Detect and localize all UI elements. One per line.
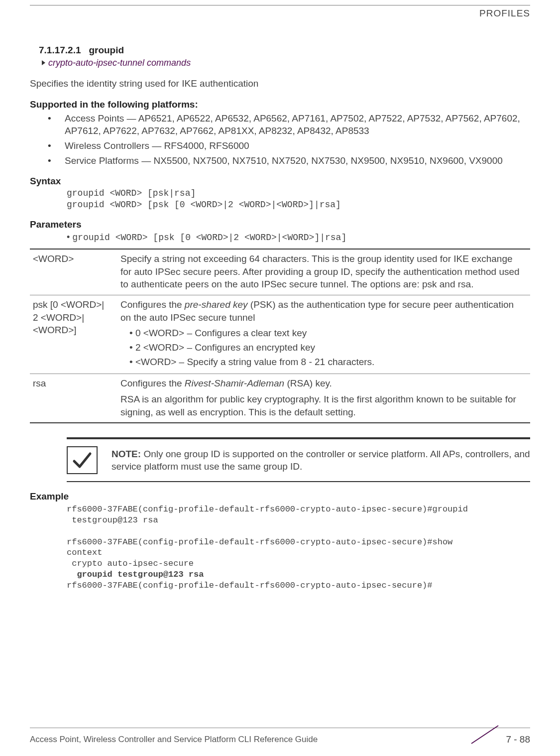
note-label: NOTE: bbox=[112, 449, 141, 459]
syntax-block: groupid <WORD> [psk|rsa] groupid <WORD> … bbox=[67, 188, 530, 210]
section-description: Specifies the identity string used for I… bbox=[30, 77, 530, 90]
param-name: psk [0 <WORD>| 2 <WORD>| <WORD>] bbox=[30, 295, 117, 374]
code-text: rfs6000-37FABE(config-profile-default-rf… bbox=[67, 581, 433, 590]
param-name: <WORD> bbox=[30, 249, 117, 295]
table-row: <WORD> Specify a string not exceeding 64… bbox=[30, 249, 530, 295]
text-emphasis: Rivest-Shamir-Adleman bbox=[185, 378, 284, 388]
syntax-heading: Syntax bbox=[30, 176, 530, 187]
list-item: Wireless Controllers — RFS4000, RFS6000 bbox=[65, 139, 530, 152]
code-text-bold: groupid testgroup@123 rsa bbox=[67, 570, 204, 579]
list-item: 0 <WORD> – Configures a clear text key bbox=[129, 327, 525, 340]
section-heading: 7.1.17.2.1 groupid bbox=[39, 45, 530, 56]
param-desc: Specify a string not exceeding 64 charac… bbox=[117, 249, 530, 295]
list-item: 2 <WORD> – Configures an encrypted key bbox=[129, 341, 525, 354]
checkmark-icon bbox=[67, 446, 98, 474]
list-item: <WORD> – Specify a string value from 8 -… bbox=[129, 356, 525, 369]
param-desc: Configures the pre-shared key (PSK) as t… bbox=[117, 295, 530, 374]
footer-page-box: 7 - 88 bbox=[460, 734, 530, 745]
parameters-table: <WORD> Specify a string not exceeding 64… bbox=[30, 249, 530, 423]
header-rule bbox=[30, 5, 530, 5]
text: RSA is an algorithm for public key crypt… bbox=[120, 393, 525, 418]
parameters-heading: Parameters bbox=[30, 219, 530, 230]
page-number: 7 - 88 bbox=[506, 734, 530, 745]
platforms-heading: Supported in the following platforms: bbox=[30, 99, 530, 110]
example-heading: Example bbox=[30, 491, 530, 502]
example-block: rfs6000-37FABE(config-profile-default-rf… bbox=[67, 504, 530, 591]
section-title: groupid bbox=[89, 45, 124, 55]
platforms-list: Access Points — AP6521, AP6522, AP6532, … bbox=[30, 112, 530, 167]
breadcrumb-text: crypto-auto-ipsec-tunnel commands bbox=[48, 58, 191, 68]
inner-list: 0 <WORD> – Configures a clear text key 2… bbox=[120, 327, 525, 368]
list-item: Service Platforms — NX5500, NX7500, NX75… bbox=[65, 154, 530, 167]
text: Configures the bbox=[120, 299, 185, 310]
note-block: NOTE: Only one group ID is supported on … bbox=[67, 437, 530, 482]
note-text: NOTE: Only one group ID is supported on … bbox=[112, 448, 530, 473]
table-row: psk [0 <WORD>| 2 <WORD>| <WORD>] Configu… bbox=[30, 295, 530, 374]
code-text: rfs6000-37FABE(config-profile-default-rf… bbox=[67, 504, 468, 568]
caret-right-icon bbox=[42, 60, 45, 65]
slash-icon bbox=[467, 724, 502, 748]
text: Configures the bbox=[120, 378, 185, 388]
param-name: rsa bbox=[30, 374, 117, 423]
param-desc: Configures the Rivest-Shamir-Adleman (RS… bbox=[117, 374, 530, 423]
note-body: Only one group ID is supported on the co… bbox=[112, 449, 530, 472]
breadcrumb: crypto-auto-ipsec-tunnel commands bbox=[42, 58, 530, 68]
parameters-cmdline: groupid <WORD> [psk [0 <WORD>|2 <WORD>|<… bbox=[67, 232, 530, 243]
section-number: 7.1.17.2.1 bbox=[39, 45, 81, 55]
list-item: Access Points — AP6521, AP6522, AP6532, … bbox=[65, 112, 530, 137]
page-footer: Access Point, Wireless Controller and Se… bbox=[30, 728, 530, 745]
header-category: PROFILES bbox=[479, 8, 530, 19]
text-emphasis: pre-shared key bbox=[185, 299, 248, 310]
footer-doc-title: Access Point, Wireless Controller and Se… bbox=[30, 735, 318, 745]
text: (RSA) key. bbox=[284, 378, 332, 388]
table-row: rsa Configures the Rivest-Shamir-Adleman… bbox=[30, 374, 530, 423]
svg-line-0 bbox=[471, 726, 498, 744]
